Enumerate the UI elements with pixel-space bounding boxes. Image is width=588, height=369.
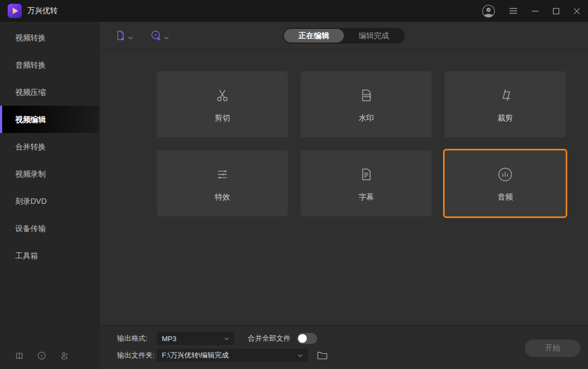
tab-edit-finished[interactable]: 编辑完成 — [344, 29, 404, 43]
share-users-icon[interactable] — [59, 351, 69, 360]
merge-all-files-toggle[interactable] — [297, 333, 317, 344]
merge-all-files-label: 合并全部文件 — [248, 334, 290, 343]
card-effects[interactable]: 特效 — [157, 150, 288, 216]
card-audio[interactable]: 音频 — [445, 150, 566, 216]
sidebar: 视频转换 音频转换 视频压缩 视频编辑 合并转换 视频录制 刻录DVD 设备传输… — [0, 22, 100, 369]
sidebar-item-screen-record[interactable]: 视频录制 — [0, 160, 100, 187]
card-crop[interactable]: 裁剪 — [445, 71, 566, 137]
menu-hamburger-icon[interactable] — [509, 7, 518, 15]
output-folder-label: 输出文件夹: — [117, 350, 157, 360]
toolbar: 正在编辑 编辑完成 — [100, 22, 588, 49]
load-dvd-button[interactable] — [149, 29, 169, 42]
audio-bars-icon — [496, 165, 514, 184]
main-area: 正在编辑 编辑完成 剪切 — [100, 22, 588, 369]
chevron-down-icon — [128, 36, 133, 40]
card-label: 特效 — [215, 192, 230, 202]
account-avatar-icon[interactable] — [482, 4, 495, 18]
maximize-icon[interactable] — [553, 8, 560, 15]
card-subtitle[interactable]: 字幕 — [301, 150, 432, 216]
card-label: 剪切 — [215, 113, 230, 123]
chevron-down-icon — [224, 337, 229, 341]
sidebar-item-burn-dvd[interactable]: 刻录DVD — [0, 187, 100, 215]
output-folder-select[interactable]: F:\万兴优转\编辑完成 — [157, 349, 308, 362]
sidebar-item-device-transfer[interactable]: 设备传输 — [0, 215, 100, 242]
card-label: 音频 — [498, 192, 513, 202]
sidebar-item-video-compress[interactable]: 视频压缩 — [0, 78, 100, 106]
titlebar: 万兴优转 — [0, 0, 588, 22]
output-folder-value: F:\万兴优转\编辑完成 — [162, 350, 229, 360]
card-label: 字幕 — [359, 192, 374, 202]
output-format-label: 输出格式: — [117, 334, 157, 343]
sidebar-item-audio-convert[interactable]: 音频转换 — [0, 51, 100, 78]
app-title: 万兴优转 — [27, 6, 58, 16]
card-trim[interactable]: 剪切 — [157, 71, 288, 137]
chevron-down-icon — [298, 354, 303, 358]
output-format-value: MP3 — [162, 335, 177, 343]
card-label: 水印 — [359, 113, 374, 123]
subtitle-document-icon — [358, 165, 374, 184]
add-file-button[interactable] — [114, 29, 133, 42]
toggle-knob — [298, 334, 307, 343]
close-icon[interactable] — [573, 8, 580, 15]
app-window: 万兴优转 — [0, 0, 588, 369]
output-settings-bar: 输出格式: MP3 合并全部文件 — [100, 325, 588, 369]
svg-text:?: ? — [40, 354, 43, 359]
sidebar-item-toolbox[interactable]: 工具箱 — [0, 242, 100, 269]
add-file-icon — [114, 29, 126, 42]
edit-status-tabs: 正在编辑 编辑完成 — [283, 28, 405, 44]
chevron-down-icon — [164, 36, 169, 40]
app-logo-icon — [8, 4, 22, 18]
card-watermark[interactable]: 水印 — [301, 71, 432, 137]
watermark-icon — [358, 86, 374, 105]
tab-editing[interactable]: 正在编辑 — [284, 29, 344, 43]
crop-icon — [497, 86, 513, 105]
effects-sliders-icon — [214, 165, 231, 184]
add-disc-icon — [149, 29, 162, 42]
card-label: 裁剪 — [498, 113, 513, 123]
user-guide-book-icon[interactable] — [15, 351, 24, 360]
minimize-icon[interactable] — [531, 7, 539, 15]
output-format-select[interactable]: MP3 — [157, 332, 234, 345]
sidebar-item-video-edit[interactable]: 视频编辑 — [0, 106, 100, 133]
help-icon[interactable]: ? — [37, 351, 46, 360]
sidebar-item-merge-convert[interactable]: 合并转换 — [0, 133, 100, 160]
start-button[interactable]: 开始 — [525, 340, 580, 357]
sidebar-footer: ? — [0, 351, 100, 369]
browse-folder-icon[interactable] — [317, 351, 328, 360]
edit-tools-panel: 剪切 水印 — [100, 49, 588, 325]
sidebar-item-video-convert[interactable]: 视频转换 — [0, 24, 100, 51]
scissors-icon — [214, 86, 231, 105]
